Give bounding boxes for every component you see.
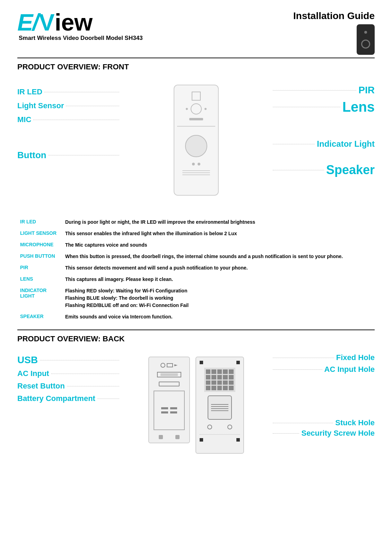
label-ir-led: IR LED <box>17 87 121 96</box>
logo-ez: E <box>17 10 32 34</box>
desc-row-indicator: INDICATORLIGHT Flashing RED slowly: Wait… <box>17 285 375 311</box>
dev1-usb <box>160 363 178 368</box>
dev2-conn-line3 <box>211 408 228 409</box>
dev2-grid-cell <box>211 381 216 385</box>
label-indicator: Indicator Light <box>271 139 375 149</box>
back-devices-center <box>148 357 244 454</box>
label-speaker: Speaker <box>271 163 375 177</box>
desc-text-pir: This sensor detects movement and will se… <box>62 262 375 274</box>
dev2-circles <box>200 425 240 429</box>
dev1-ac-port <box>157 372 181 377</box>
desc-label-pir: PIR <box>17 262 62 274</box>
dev1-usb-circle <box>160 363 165 368</box>
usb-label: USB <box>17 355 38 366</box>
back-label-fixed-hole: Fixed Hole <box>271 353 375 362</box>
fixed-hole-label: Fixed Hole <box>336 353 375 362</box>
logo-block: E / V iew Smart Wireless Video Doorbell … <box>17 10 143 42</box>
installation-guide-title: Installation Guide <box>293 10 375 22</box>
dev2-tr <box>236 361 240 364</box>
desc-text-lens: This captures all imagery. Please keep i… <box>62 274 375 285</box>
button-connector <box>49 155 119 155</box>
dev1-screw1 <box>159 435 163 439</box>
front-section: PRODUCT OVERVIEW: FRONT IR LED Light Sen… <box>17 62 375 323</box>
dev1-batt-line3 <box>161 411 168 413</box>
dev-button <box>185 135 207 157</box>
mic-connector <box>33 120 119 120</box>
logo-slash: / <box>32 10 39 34</box>
dev-ind-dot2 <box>198 163 200 165</box>
right-labels: PIR Lens Indicator Light Speaker <box>271 78 375 210</box>
fixed-hole-connector <box>273 358 334 358</box>
device-dot <box>364 31 367 34</box>
dev-mic-bar <box>189 118 203 120</box>
back-label-reset: Reset Button <box>17 382 121 391</box>
security-screw-connector <box>273 433 299 434</box>
dev2-grid-cell <box>206 381 211 385</box>
device-diagram-center <box>168 85 224 203</box>
indicator-label: Indicator Light <box>317 139 375 149</box>
dev1-usb-rect <box>167 363 173 367</box>
dev2-grid-cell <box>223 369 228 374</box>
desc-label-light-sensor: LIGHT SENSOR <box>17 228 62 239</box>
front-section-title: PRODUCT OVERVIEW: FRONT <box>17 62 375 71</box>
label-light-sensor: Light Sensor <box>17 101 121 110</box>
logo-subtitle: Smart Wireless Video Doorbell Model SH34… <box>17 35 143 42</box>
back-label-ac-input-hole: AC Input Hole <box>271 365 375 374</box>
back-label-ac-input: AC Input <box>17 369 121 378</box>
dev2-bottom-dot-line <box>200 434 240 435</box>
ir-led-label: IR LED <box>17 87 42 96</box>
mic-label: MIC <box>17 115 31 124</box>
dev1-usb-arrow <box>174 364 178 366</box>
dev2-grid-cell <box>229 381 234 385</box>
desc-label-speaker: SPEAKER <box>17 311 62 323</box>
speaker-label: Speaker <box>326 163 375 177</box>
dev2-circle1 <box>207 425 212 429</box>
dev2-br <box>236 438 240 442</box>
device-ring <box>361 40 370 49</box>
back-left-labels: USB AC Input Reset Button Battery Compar… <box>17 350 121 461</box>
desc-label-microphone: MICROPHONE <box>17 239 62 251</box>
dev2-grid-cell <box>211 369 216 374</box>
doorbell-front <box>174 85 219 196</box>
back-section-title: PRODUCT OVERVIEW: BACK <box>17 334 375 343</box>
indicator-connector <box>273 144 315 144</box>
dev-indicator-row <box>192 163 200 165</box>
dev2-grid-cell <box>223 375 228 379</box>
dev2-grid-cell <box>229 386 234 390</box>
desc-label-indicator: INDICATORLIGHT <box>17 285 62 311</box>
dev2-grid-cell <box>217 381 222 385</box>
desc-text-microphone: The Mic captures voice and sounds <box>62 239 375 251</box>
left-labels: IR LED Light Sensor MIC Button <box>17 78 121 210</box>
label-mic: MIC <box>17 115 121 124</box>
dev2-grid-cell <box>229 375 234 379</box>
desc-row-pir: PIR This sensor detects movement and wil… <box>17 262 375 274</box>
dev-sensor-dot <box>186 108 188 110</box>
ac-input-hole-connector <box>273 369 322 370</box>
dev-separator <box>177 126 215 127</box>
dev1-batt-line2 <box>170 407 177 409</box>
dev1-reset <box>159 382 180 386</box>
back-right-labels: Fixed Hole AC Input Hole Stuck Hole Secu… <box>271 350 375 461</box>
lens-label: Lens <box>342 99 375 115</box>
dev2-grid-cell <box>217 386 222 390</box>
dev2-grid-cell <box>217 375 222 379</box>
desc-label-lens: LENS <box>17 274 62 285</box>
back-device-2 <box>195 357 244 454</box>
light-sensor-label: Light Sensor <box>17 101 64 110</box>
desc-row-microphone: MICROPHONE The Mic captures voice and so… <box>17 239 375 251</box>
reset-label: Reset Button <box>17 382 65 391</box>
dev2-conn-line4 <box>211 410 228 411</box>
header-right: Installation Guide <box>293 10 375 55</box>
pir-connector <box>273 90 356 91</box>
back-label-security-screw: Security Screw Hole <box>271 429 375 438</box>
desc-text-push-button: When this button is pressed, the doorbel… <box>62 251 375 262</box>
stuck-hole-label: Stuck Hole <box>335 418 375 427</box>
dev-ind-dot1 <box>192 163 195 165</box>
front-diagram: IR LED Light Sensor MIC Button <box>17 78 375 210</box>
desc-row-light-sensor: LIGHT SENSOR This sensor enables the inf… <box>17 228 375 239</box>
ac-input-hole-label: AC Input Hole <box>324 365 375 374</box>
security-screw-label: Security Screw Hole <box>301 429 375 438</box>
dev-sensor-dot2 <box>204 108 207 110</box>
desc-text-light-sensor: This sensor enables the infrared light w… <box>62 228 375 239</box>
desc-label-push-button: PUSH BUTTON <box>17 251 62 262</box>
